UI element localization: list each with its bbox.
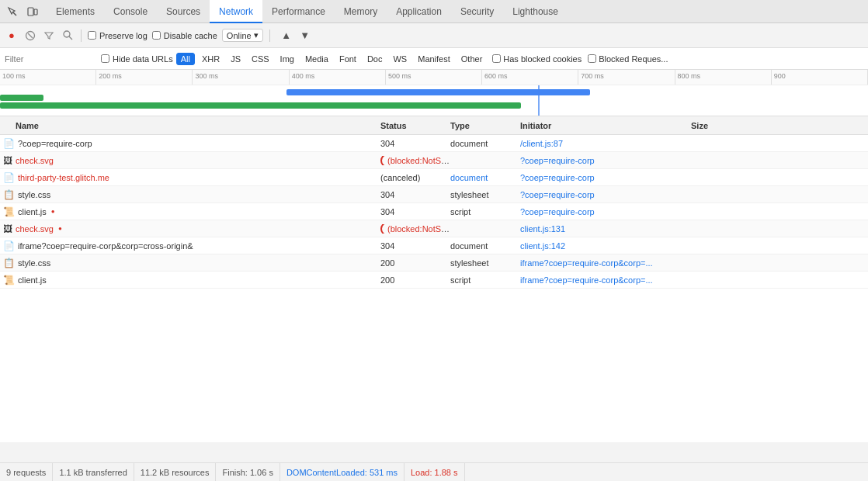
header-type: Type [450, 121, 520, 130]
waterfall-bar-3 [0, 102, 521, 109]
cell-type: script [450, 275, 520, 285]
timeline-ruler: 100 ms 200 ms 300 ms 400 ms 500 ms 600 m… [0, 70, 868, 85]
table-row[interactable]: 📄 iframe?coep=require-corp&corp=cross-or… [0, 237, 868, 254]
throttle-select[interactable]: Online ▾ [222, 29, 263, 42]
filter-img-btn[interactable]: Img [276, 54, 298, 64]
cell-type: script [450, 207, 520, 216]
disable-cache-label[interactable]: Disable cache [152, 31, 217, 40]
tab-performance[interactable]: Performance [262, 0, 335, 23]
filter-all-btn[interactable]: All [176, 53, 195, 65]
tick-200: 200 ms [96, 70, 193, 85]
header-size: Size [691, 121, 753, 130]
upload-icon[interactable]: ▲ [279, 29, 293, 43]
timeline-body [0, 85, 868, 116]
table-row[interactable]: 🖼 check.svg (blocked:NotSame... ?coep=re… [0, 152, 868, 169]
cell-name: 📄 iframe?coep=require-corp&corp=cross-or… [0, 240, 380, 251]
table-row[interactable]: 📄 ?coep=require-corp 304 document /clien… [0, 135, 868, 152]
blocked-requests-checkbox[interactable] [588, 54, 596, 63]
blocked-badge: (blocked:NotSame... [380, 224, 450, 234]
disable-cache-checkbox[interactable] [152, 31, 161, 40]
filter-media-btn[interactable]: Media [301, 54, 332, 64]
clear-icon[interactable] [23, 29, 37, 43]
svg-icon: 🖼 [3, 155, 12, 166]
device-toggle-icon[interactable] [23, 2, 42, 21]
tab-sources[interactable]: Sources [157, 0, 210, 23]
table-row[interactable]: 🖼 check.svg ● (blocked:NotSame... client… [0, 220, 868, 237]
tab-bar: Elements Console Sources Network Perform… [0, 0, 868, 23]
cell-status: 304 [380, 207, 450, 216]
filter-bar: Hide data URLs All XHR JS CSS Img Media … [0, 48, 868, 70]
waterfall-bar-1 [0, 95, 43, 101]
initiator-link[interactable]: client.js:142 [520, 241, 565, 251]
cell-status: 200 [380, 258, 450, 268]
svg-point-5 [64, 31, 70, 37]
initiator-link[interactable]: iframe?coep=require-corp&corp=... [520, 275, 653, 285]
table-row[interactable]: 📜 client.js 200 script iframe?coep=requi… [0, 272, 868, 289]
filter-other-btn[interactable]: Other [457, 54, 487, 64]
filter-js-btn[interactable]: JS [227, 54, 245, 64]
table-row[interactable]: 📋 style.css 304 stylesheet ?coep=require… [0, 186, 868, 203]
tab-elements[interactable]: Elements [47, 0, 104, 23]
devtools-icons [3, 2, 42, 21]
cell-name: 📋 style.css [0, 258, 380, 268]
tick-400: 400 ms [290, 70, 386, 85]
cell-name: 📋 style.css [0, 189, 380, 200]
initiator-link[interactable]: client.js:131 [520, 224, 565, 234]
filter-ws-btn[interactable]: WS [389, 54, 411, 64]
initiator-link[interactable]: ?coep=require-corp [520, 190, 595, 199]
table-row[interactable]: 📄 third-party-test.glitch.me (canceled) … [0, 169, 868, 186]
filter-input[interactable] [5, 54, 98, 64]
cell-initiator: client.js:131 [520, 224, 691, 234]
svg-rect-1 [28, 8, 33, 16]
header-initiator: Initiator [520, 121, 691, 130]
tab-network[interactable]: Network [210, 0, 262, 23]
css-icon: 📋 [3, 189, 15, 200]
cell-status: (blocked:NotSame... [380, 224, 450, 234]
tab-console[interactable]: Console [104, 0, 157, 23]
divider-2 [269, 29, 270, 42]
inspect-icon[interactable] [3, 2, 22, 21]
svg-line-0 [13, 12, 17, 16]
cell-status: 200 [380, 275, 450, 285]
tab-application[interactable]: Application [387, 0, 451, 23]
initiator-link[interactable]: ?coep=require-corp [520, 173, 595, 182]
preserve-log-label[interactable]: Preserve log [88, 31, 148, 40]
cell-name: 📄 third-party-test.glitch.me [0, 172, 380, 183]
tab-lighthouse[interactable]: Lighthouse [503, 0, 568, 23]
initiator-link[interactable]: ?coep=require-corp [520, 207, 595, 216]
table-row[interactable]: 📜 client.js ● 304 script ?coep=require-c… [0, 203, 868, 220]
filter-icon[interactable] [42, 29, 56, 43]
cell-initiator: client.js:142 [520, 241, 691, 251]
filter-manifest-btn[interactable]: Manifest [414, 54, 454, 64]
css-icon: 📋 [3, 258, 15, 268]
tab-security[interactable]: Security [451, 0, 503, 23]
network-toolbar: ● Preserve log Disable cache Online ▾ ▲ … [0, 23, 868, 48]
tick-700: 700 ms [578, 70, 675, 85]
filter-doc-btn[interactable]: Doc [363, 54, 387, 64]
table-row[interactable]: 📋 style.css 200 stylesheet iframe?coep=r… [0, 254, 868, 272]
cell-type: stylesheet [450, 258, 520, 268]
tab-memory[interactable]: Memory [335, 0, 387, 23]
record-icon[interactable]: ● [5, 29, 19, 43]
table-header: Name Status Type Initiator Size [0, 116, 868, 135]
download-icon[interactable]: ▼ [298, 29, 312, 43]
blocked-requests-label[interactable]: Blocked Reques... [588, 54, 668, 64]
tick-900: 900 [772, 70, 868, 85]
initiator-link[interactable]: /client.js:87 [520, 139, 563, 148]
has-blocked-cookies-label[interactable]: Has blocked cookies [492, 54, 582, 64]
svg-line-4 [28, 33, 33, 38]
initiator-link[interactable]: iframe?coep=require-corp&corp=... [520, 258, 653, 268]
timeline-vertical-line [538, 85, 540, 116]
has-blocked-cookies-checkbox[interactable] [492, 54, 501, 63]
doc-icon: 📄 [3, 172, 15, 183]
filter-font-btn[interactable]: Font [335, 54, 360, 64]
cell-status: (canceled) [380, 173, 450, 182]
preserve-log-checkbox[interactable] [88, 31, 96, 40]
search-icon[interactable] [61, 29, 75, 43]
filter-css-btn[interactable]: CSS [248, 54, 273, 64]
hide-data-urls-checkbox[interactable] [101, 54, 109, 63]
initiator-link[interactable]: ?coep=require-corp [520, 156, 595, 165]
filter-xhr-btn[interactable]: XHR [198, 54, 224, 64]
header-name: Name [0, 121, 380, 130]
hide-data-urls-label[interactable]: Hide data URLs [101, 54, 173, 64]
